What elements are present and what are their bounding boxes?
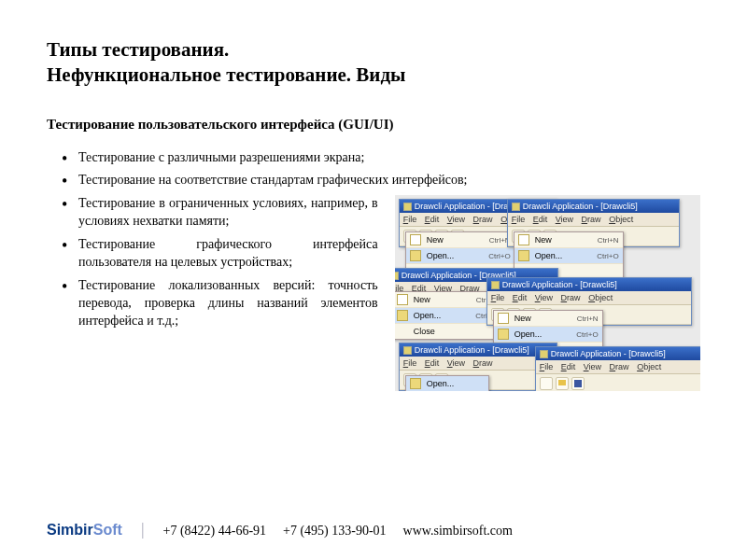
app-window: Drawcli Application - [Drawcli5] File Ed… <box>507 199 680 247</box>
footer: SimbirSoft | +7 (8422) 44-66-91 +7 (495)… <box>47 520 700 539</box>
separator: | <box>141 520 145 539</box>
menu-file: File <box>403 215 417 224</box>
app-icon <box>403 346 412 355</box>
menu-edit: Edit <box>561 362 576 371</box>
menu-file: File <box>512 215 526 224</box>
page-title: Типы тестирования. Нефункциональное тест… <box>47 37 700 89</box>
window-title: Drawcli Application - [Drawcli5] <box>551 349 666 358</box>
bullet-list-top: Тестирование с различными разрешениями э… <box>47 149 700 190</box>
title-line-2: Нефункциональное тестирование. Виды <box>47 63 700 88</box>
window-title: Drawcli Application - [Drawcli5] <box>415 345 529 355</box>
menu-item-new: New Ctrl+N <box>514 232 623 248</box>
window-titlebar: Drawcli Application - [Drawcli5] <box>400 343 557 357</box>
menu-bar: File Edit View Draw <box>400 357 557 371</box>
brand-part-1: Simbir <box>47 522 93 538</box>
column-right: Drawcli Application - [Drawcli5] File Ed… <box>395 195 700 391</box>
toolbar-open-icon <box>556 377 569 390</box>
menu-object: Object <box>588 293 613 302</box>
menu-view: View <box>447 358 465 368</box>
open-file-icon <box>410 250 421 261</box>
new-file-icon <box>498 313 509 324</box>
menu-draw: Draw <box>561 293 581 302</box>
list-item: Тестирование в ограниченных условиях, на… <box>62 195 378 231</box>
two-column-row: Тестирование в ограниченных условиях, на… <box>47 195 700 391</box>
open-file-icon <box>498 329 509 340</box>
menu-view: View <box>447 215 465 224</box>
slide: Типы тестирования. Нефункциональное тест… <box>0 0 747 560</box>
menu-edit: Edit <box>533 215 548 224</box>
open-file-icon <box>397 310 408 321</box>
menu-item-open: Open... Ctrl+O <box>514 248 623 264</box>
app-icon <box>540 350 548 358</box>
menu-view: View <box>535 293 553 302</box>
menu-view: View <box>584 362 601 371</box>
menu-file: File <box>491 293 505 302</box>
menu-view: View <box>556 215 573 224</box>
menu-edit: Edit <box>425 215 440 224</box>
app-window: Drawcli Application - [Drawcli5] File Ed… <box>535 346 700 391</box>
phone-2: +7 (495) 133-90-01 <box>283 524 387 539</box>
menu-edit: Edit <box>425 358 440 368</box>
menu-item-new: New Ctrl+N <box>406 232 514 248</box>
list-item: Тестирование графического интерфейса пол… <box>62 236 378 272</box>
menu-draw: Draw <box>582 215 601 224</box>
toolbar <box>536 374 700 391</box>
menu-bar: File Edit View Draw Object <box>508 213 679 227</box>
menu-bar: File Edit View Draw Object <box>487 291 691 305</box>
phone-1: +7 (8422) 44-66-91 <box>163 524 267 539</box>
app-icon <box>395 272 399 280</box>
screenshot-collage: Drawcli Application - [Drawcli5] File Ed… <box>395 195 700 391</box>
menu-file: File <box>540 362 554 371</box>
open-file-icon <box>410 378 421 389</box>
app-window: Drawcli Application - [Drawcli5] File Ed… <box>486 277 692 326</box>
brand-part-2: Soft <box>93 522 122 538</box>
website-url: www.simbirsoft.com <box>403 524 513 539</box>
menu-item-open: Open... Ctrl+O <box>395 308 501 324</box>
new-file-icon <box>397 294 408 305</box>
menu-item-new: New Ctrl+N <box>494 311 602 327</box>
brand-logo: SimbirSoft <box>47 522 122 539</box>
window-titlebar: Drawcli Application - [Drawcli5] <box>536 347 700 360</box>
window-titlebar: Drawcli Application - [Drawcli5] <box>508 200 679 213</box>
list-item: Тестирование на соответствие стандартам … <box>62 172 700 189</box>
app-icon <box>491 281 500 289</box>
menu-object: Object <box>609 215 633 224</box>
new-file-icon <box>518 234 529 245</box>
app-window: Drawcli Application - [Drawcli5] File Ed… <box>399 343 557 391</box>
window-title: Drawcli Application - [Drawcli5] <box>502 280 617 289</box>
menu-object: Object <box>637 362 661 371</box>
column-left: Тестирование в ограниченных условиях, на… <box>47 195 378 391</box>
menu-item-open: Open... <box>406 376 488 391</box>
app-icon <box>512 203 520 211</box>
menu-item-close: Close <box>395 324 501 339</box>
menu-file: File <box>403 358 417 368</box>
menu-item-open: Open... Ctrl+O <box>494 327 602 343</box>
list-item: Тестирование локализованных версий: точн… <box>62 277 378 330</box>
window-titlebar: Drawcli Application - [Drawcli5] <box>487 278 691 291</box>
toolbar-new-icon <box>540 377 553 390</box>
open-file-icon <box>518 250 529 261</box>
menu-edit: Edit <box>513 293 528 302</box>
menu-draw: Draw <box>473 215 493 224</box>
file-dropdown: Open... <box>405 375 489 391</box>
menu-draw: Draw <box>610 362 629 371</box>
menu-draw: Draw <box>473 358 493 368</box>
new-file-icon <box>410 234 421 245</box>
menu-item-open: Open... Ctrl+O <box>406 248 514 264</box>
bullet-list-left: Тестирование в ограниченных условиях, на… <box>47 195 378 329</box>
subtitle: Тестирование пользовательского интерфейс… <box>47 117 700 133</box>
list-item: Тестирование с различными разрешениями э… <box>62 149 700 167</box>
window-title: Drawcli Application - [Drawcli5] <box>523 202 638 211</box>
app-icon <box>403 203 412 211</box>
menu-item-new: New Ctrl+N <box>395 292 501 308</box>
toolbar-save-icon <box>571 377 585 390</box>
title-line-1: Типы тестирования. <box>47 37 700 63</box>
menu-bar: File Edit View Draw Object <box>536 360 700 374</box>
